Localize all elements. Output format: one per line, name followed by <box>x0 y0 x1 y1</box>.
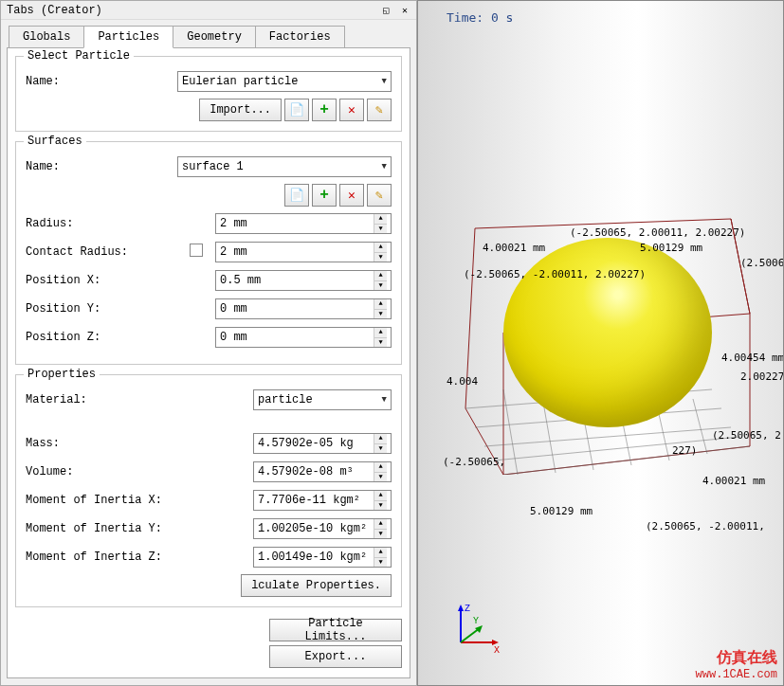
contact-radius-input[interactable]: 2 mm ▲▼ <box>215 242 392 262</box>
coord-label: (-2.50065, 2.00011, 2.00227) <box>570 226 745 239</box>
calculate-properties-button[interactable]: lculate Properties. <box>241 574 392 597</box>
spinner[interactable]: ▲▼ <box>374 462 387 481</box>
time-label: Time: 0 s <box>447 10 513 25</box>
name-label: Name: <box>26 75 177 88</box>
tabs-row: Globals Particles Geometry Factories <box>1 20 416 48</box>
coord-label: (-2.50065, <box>443 456 505 468</box>
copy-icon[interactable]: 📄 <box>284 184 309 207</box>
coord-label: (2.50065, -2.00011, <box>646 520 765 533</box>
svg-line-2 <box>484 427 731 446</box>
radius-input[interactable]: 2 mm ▲▼ <box>215 213 392 234</box>
group-title: Surfaces <box>24 135 86 148</box>
axis-measure: 4.00021 mm <box>483 242 545 254</box>
spinner[interactable]: ▲▼ <box>374 519 387 538</box>
3d-viewport[interactable]: Time: 0 s <box>417 0 784 686</box>
svg-line-5 <box>503 389 518 475</box>
coord-label: (2.50065, <box>740 257 784 269</box>
posz-input[interactable]: 0 mm ▲▼ <box>215 327 392 348</box>
spinner[interactable]: ▲▼ <box>374 548 387 567</box>
posx-label: Position X: <box>26 274 177 287</box>
particle-limits-button[interactable]: Particle Limits... <box>269 619 402 641</box>
axis-measure: 5.00129 mm <box>640 242 702 254</box>
chevron-down-icon: ▼ <box>382 77 387 86</box>
material-combo[interactable]: particle ▼ <box>253 389 392 410</box>
coord-label: (-2.50065, -2.00011, 2.00227) <box>464 268 646 280</box>
tab-factories[interactable]: Factories <box>255 26 345 48</box>
coord-label: 227) <box>672 444 698 457</box>
bottom-buttons: Particle Limits... Export... <box>15 617 402 670</box>
group-title: Select Particle <box>24 49 134 63</box>
spinner[interactable]: ▲▼ <box>374 299 387 318</box>
delete-icon[interactable]: ✕ <box>339 184 364 207</box>
delete-icon[interactable]: ✕ <box>339 99 364 121</box>
chevron-down-icon: ▼ <box>382 162 387 172</box>
spinner[interactable]: ▲▼ <box>374 243 387 262</box>
mass-input[interactable]: 4.57902e-05 kg ▲▼ <box>253 433 392 454</box>
axis-measure: 4.00021 mm <box>702 475 765 487</box>
watermark-text: 仿真在线 <box>696 649 777 669</box>
combo-value: surface 1 <box>182 160 244 173</box>
edit-icon[interactable]: ✎ <box>367 184 392 207</box>
add-icon[interactable]: + <box>312 99 337 121</box>
spinner[interactable]: ▲▼ <box>374 328 387 347</box>
combo-value: Eulerian particle <box>182 75 298 88</box>
scene <box>437 162 769 503</box>
properties-group: Properties Material: particle ▼ Mass: 4.… <box>15 374 402 607</box>
radius-label: Radius: <box>26 217 177 230</box>
contact-radius-label: Contact Radius: <box>26 245 177 259</box>
particle-name-combo[interactable]: Eulerian particle ▼ <box>177 71 392 92</box>
svg-line-4 <box>503 446 750 475</box>
svg-line-3 <box>494 437 740 460</box>
volume-input[interactable]: 4.57902e-08 m³ ▲▼ <box>253 461 392 482</box>
chevron-down-icon: ▼ <box>382 395 387 405</box>
undock-icon[interactable]: ◱ <box>380 5 392 16</box>
particle-sphere <box>503 238 712 427</box>
creator-panel: Tabs (Creator) ◱ ✕ Globals Particles Geo… <box>0 0 417 686</box>
mass-label: Mass: <box>26 437 253 450</box>
svg-text:Z: Z <box>465 604 470 614</box>
watermark: 仿真在线 www.1CAE.com <box>696 649 777 683</box>
select-particle-group: Select Particle Name: Eulerian particle … <box>15 56 402 132</box>
svg-line-17 <box>461 628 480 642</box>
posy-label: Position Y: <box>26 302 177 316</box>
moiz-input[interactable]: 1.00149e-10 kgm² ▲▼ <box>253 547 392 568</box>
axis-measure: 4.00454 mm <box>721 352 784 364</box>
close-icon[interactable]: ✕ <box>399 5 410 16</box>
panel-title-bar: Tabs (Creator) ◱ ✕ <box>1 1 416 20</box>
import-button[interactable]: Import... <box>199 99 282 121</box>
spinner[interactable]: ▲▼ <box>374 434 387 453</box>
spinner[interactable]: ▲▼ <box>374 214 387 233</box>
surface-name-label: Name: <box>26 160 177 173</box>
axis-triad-icon: Z X Y <box>447 600 503 657</box>
surfaces-group: Surfaces Name: surface 1 ▼ 📄 + ✕ ✎ Radiu… <box>15 141 402 365</box>
surface-name-combo[interactable]: surface 1 ▼ <box>177 156 392 177</box>
svg-text:Y: Y <box>473 616 479 626</box>
panel-title: Tabs (Creator) <box>7 4 102 17</box>
moix-input[interactable]: 7.7706e-11 kgm² ▲▼ <box>253 490 392 511</box>
edit-icon[interactable]: ✎ <box>367 99 392 121</box>
posx-input[interactable]: 0.5 mm ▲▼ <box>215 270 392 291</box>
volume-label: Volume: <box>26 465 253 478</box>
tab-particles[interactable]: Particles <box>83 26 173 48</box>
coord-label: (2.50065, 2. <box>712 429 784 442</box>
moiz-label: Moment of Inertia Z: <box>26 551 253 564</box>
spinner[interactable]: ▲▼ <box>374 271 387 290</box>
add-icon[interactable]: + <box>312 184 337 207</box>
moiy-input[interactable]: 1.00205e-10 kgm² ▲▼ <box>253 518 392 539</box>
copy-icon[interactable]: 📄 <box>284 99 309 121</box>
posy-input[interactable]: 0 mm ▲▼ <box>215 298 392 319</box>
material-label: Material: <box>26 393 253 406</box>
axis-measure: 4.004 <box>447 375 478 388</box>
svg-text:X: X <box>494 645 500 656</box>
posz-label: Position Z: <box>26 331 177 344</box>
watermark-url: www.1CAE.com <box>696 668 777 683</box>
combo-value: particle <box>258 393 313 406</box>
export-button[interactable]: Export... <box>269 645 402 668</box>
svg-marker-12 <box>458 605 464 611</box>
group-title: Properties <box>24 368 100 381</box>
contact-radius-checkbox[interactable] <box>190 244 203 257</box>
moix-label: Moment of Inertia X: <box>26 494 253 507</box>
spinner[interactable]: ▲▼ <box>374 491 387 510</box>
tab-geometry[interactable]: Geometry <box>173 26 256 48</box>
tab-globals[interactable]: Globals <box>9 26 84 48</box>
